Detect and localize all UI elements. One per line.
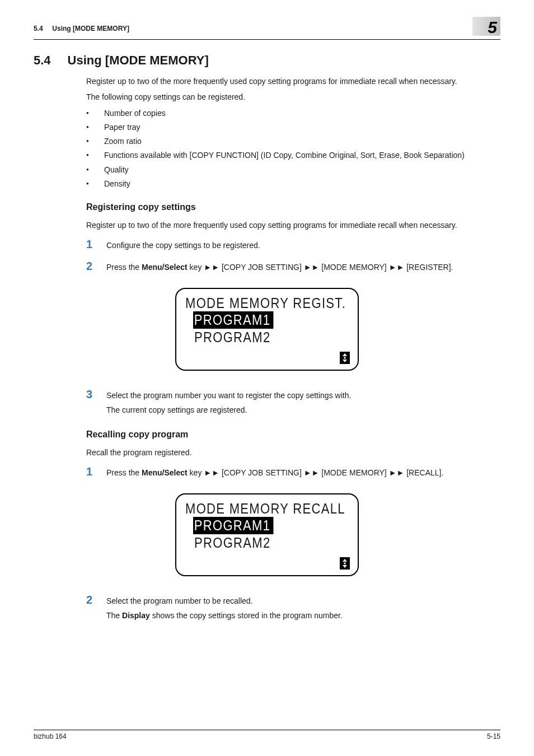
step-row: 2 Select the program number to be recall…: [86, 592, 500, 625]
step-body: Press the Menu/Select key ►► [COPY JOB S…: [106, 262, 500, 273]
recall-block: Recalling copy program: [86, 428, 500, 441]
recall-steps: 1 Press the Menu/Select key ►► [COPY JOB…: [86, 464, 500, 480]
lcd-figure-recall: MODE MEMORY RECALL PROGRAM1 PROGRAM2: [34, 493, 500, 576]
list-item: Functions available with [COPY FUNCTION]…: [86, 150, 500, 161]
step-text: [RECALL].: [404, 468, 443, 477]
lcd-title: MODE MEMORY REGIST.: [185, 295, 329, 311]
svg-marker-2: [343, 360, 347, 362]
step-body: Configure the copy settings to be regist…: [106, 240, 500, 251]
step-text: Press the: [106, 468, 142, 477]
page-header: 5.4 Using [MODE MEMORY] 5: [34, 17, 500, 36]
footer-rule: [34, 730, 500, 730]
register-desc: Register up to two of the more frequentl…: [86, 220, 500, 231]
step-text: The current copy settings are registered…: [106, 404, 500, 416]
svg-marker-5: [343, 565, 347, 568]
chapter-number-badge: 5: [472, 17, 500, 36]
up-down-arrow-icon: [340, 352, 350, 364]
up-down-arrow-icon: [340, 557, 350, 570]
step-number: 2: [86, 258, 95, 274]
lcd-screen: MODE MEMORY RECALL PROGRAM1 PROGRAM2: [175, 493, 359, 576]
intro-block: Register up to two of the more frequentl…: [86, 76, 500, 231]
step-text: key: [188, 468, 204, 477]
step-text: [COPY JOB SETTING]: [219, 263, 304, 272]
lcd-selected-item: PROGRAM1: [193, 311, 274, 329]
register-heading: Registering copy settings: [86, 200, 500, 213]
step-text: Press the: [106, 263, 142, 272]
step-number: 1: [86, 464, 95, 480]
list-item: Paper tray: [86, 122, 500, 133]
lcd-item: PROGRAM2: [194, 329, 330, 346]
chapter-number: 5: [488, 19, 497, 36]
list-item: Zoom ratio: [86, 136, 500, 147]
header-sec-title: Using [MODE MEMORY]: [52, 25, 129, 32]
lcd-screen: MODE MEMORY REGIST. PROGRAM1 PROGRAM2: [175, 288, 359, 371]
step-text: Select the program number you want to re…: [106, 390, 500, 401]
step-text: key: [188, 263, 204, 272]
step-text: [COPY JOB SETTING]: [219, 468, 304, 477]
lcd-selected-item: PROGRAM1: [193, 517, 274, 534]
lcd-title: MODE MEMORY RECALL: [185, 500, 329, 517]
step-text-part: The: [106, 611, 122, 620]
svg-marker-3: [343, 559, 347, 562]
key-name: Menu/Select: [142, 468, 188, 477]
step-text: [REGISTER].: [404, 263, 453, 272]
step-body: Select the program number you want to re…: [106, 390, 500, 419]
recall-heading: Recalling copy program: [86, 428, 500, 441]
intro-line-2: The following copy settings can be regis…: [86, 91, 500, 102]
footer-product: bizhub 164: [34, 732, 67, 740]
recall-steps-cont: 2 Select the program number to be recall…: [86, 592, 500, 625]
list-item: Quality: [86, 164, 500, 175]
header-sec-num: 5.4: [34, 25, 43, 32]
svg-marker-0: [343, 353, 347, 356]
header-section-label: 5.4 Using [MODE MEMORY]: [34, 25, 129, 36]
step-row: 2 Press the Menu/Select key ►► [COPY JOB…: [86, 258, 500, 274]
step-row: 1 Configure the copy settings to be regi…: [86, 236, 500, 253]
key-name: Menu/Select: [142, 263, 188, 272]
register-steps: 1 Configure the copy settings to be regi…: [86, 236, 500, 274]
step-body: Press the Menu/Select key ►► [COPY JOB S…: [106, 467, 500, 478]
header-rule: [34, 39, 500, 40]
step-number: 1: [86, 236, 95, 253]
step-text-part: shows the copy settings stored in the pr…: [150, 611, 343, 620]
register-steps-cont: 3 Select the program number you want to …: [86, 386, 500, 419]
step-number: 2: [86, 592, 95, 608]
footer-page-number: 5-15: [487, 732, 500, 740]
arrow-icon: ►►: [204, 263, 219, 272]
settings-list: Number of copies Paper tray Zoom ratio F…: [86, 108, 500, 190]
arrow-icon: ►►: [204, 468, 219, 477]
step-row: 1 Press the Menu/Select key ►► [COPY JOB…: [86, 464, 500, 480]
recall-desc: Recall the program registered.: [86, 447, 500, 458]
intro-line-1: Register up to two of the more frequentl…: [86, 76, 500, 87]
footer-row: bizhub 164 5-15: [34, 732, 500, 740]
section-number: 5.4: [34, 53, 51, 68]
step-text: [MODE MEMORY]: [319, 468, 388, 477]
arrow-icon: ►►: [389, 263, 405, 272]
lcd-figure-register: MODE MEMORY REGIST. PROGRAM1 PROGRAM2: [34, 288, 500, 371]
step-body: Select the program number to be recalled…: [106, 595, 500, 625]
lcd-item: PROGRAM2: [194, 534, 330, 552]
page-footer: bizhub 164 5-15: [34, 730, 500, 740]
step-text: Select the program number to be recalled…: [106, 595, 500, 606]
svg-rect-4: [344, 562, 346, 564]
arrow-icon: ►►: [389, 468, 405, 477]
list-item: Number of copies: [86, 108, 500, 119]
section-heading: 5.4 Using [MODE MEMORY]: [34, 53, 500, 68]
section-title: Using [MODE MEMORY]: [68, 53, 209, 68]
arrow-icon: ►►: [304, 263, 320, 272]
key-name: Display: [122, 611, 150, 620]
step-number: 3: [86, 386, 95, 403]
step-text: The Display shows the copy settings stor…: [106, 610, 500, 621]
svg-rect-1: [344, 357, 346, 358]
arrow-icon: ►►: [304, 468, 320, 477]
list-item: Density: [86, 178, 500, 189]
step-row: 3 Select the program number you want to …: [86, 386, 500, 419]
step-text: [MODE MEMORY]: [319, 263, 388, 272]
